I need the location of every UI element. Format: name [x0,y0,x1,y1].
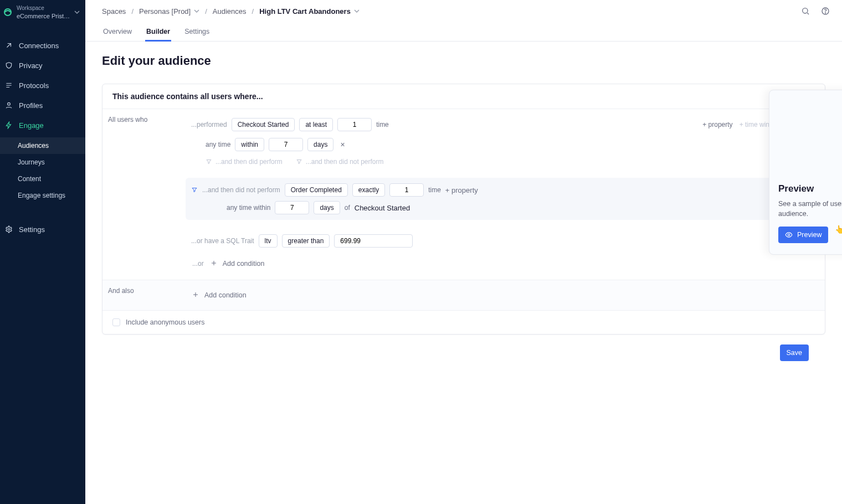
event-select[interactable]: Order Completed [285,183,348,197]
tab-settings[interactable]: Settings [183,23,210,41]
of-label: of [345,204,350,212]
help-icon [821,7,830,16]
within-select[interactable]: within [235,138,264,151]
svg-point-10 [788,234,790,236]
sidebar-sub-content[interactable]: Content [0,171,85,187]
engage-subnav: Audiences Journeys Content Engage settin… [0,135,85,207]
breadcrumb-audiences[interactable]: Audiences [213,7,247,16]
add-condition-button[interactable]: Add condition [210,260,265,268]
breadcrumb-sep: / [205,7,207,16]
svg-point-5 [825,13,825,13]
hint-did-perform[interactable]: ...and then did perform [206,158,283,166]
chevron-down-icon [194,8,199,14]
trait-value-input[interactable] [334,234,413,248]
preview-title: Preview [778,183,842,194]
comparator-select[interactable]: at least [299,118,333,131]
comparator-select[interactable]: greater than [282,234,330,248]
svg-point-3 [803,8,808,13]
sidebar-item-connections[interactable]: Connections [0,35,85,55]
count-input[interactable] [389,183,424,197]
all-users-label: All users who [102,109,186,280]
workspace-switcher[interactable]: Workspace eCommerce Pristi... [0,0,85,25]
builder-grid: All users who ...performed Checkout Star… [102,109,825,310]
sidebar-item-label: Engage [19,121,44,130]
search-button[interactable] [800,6,811,17]
sidebar-sub-engage-settings[interactable]: Engage settings [0,187,85,204]
panel-title: This audience contains all users where..… [112,92,263,101]
condition-did-not-perform: ...and then did not perform Order Comple… [186,178,818,220]
condition-prefix: ...or have a SQL Trait [191,237,254,245]
user-icon [4,101,13,110]
brand-logo-icon [3,8,12,17]
breadcrumb-sep: / [131,7,134,16]
sidebar-item-label: Privacy [19,61,43,70]
filter-icon [296,158,302,165]
time-label: time [376,121,389,128]
breadcrumb-current-dropdown[interactable]: High LTV Cart Abandoners [259,7,360,16]
primary-nav: Connections Privacy Protocols Profiles E… [0,25,85,239]
sidebar: Workspace eCommerce Pristi... Connection… [0,0,85,504]
tabs: Overview Builder Settings [85,17,842,42]
sidebar-item-label: Profiles [19,101,43,110]
window-unit-select[interactable]: days [314,201,340,214]
include-anonymous-label: Include anonymous users [126,318,204,326]
workspace-label: Workspace [17,4,70,12]
svg-point-2 [8,228,10,230]
window-value-input[interactable] [269,138,303,151]
condition-sql-trait: ...or have a SQL Trait ltv greater than [186,230,818,252]
sidebar-item-protocols[interactable]: Protocols [0,75,85,95]
filter-icon [191,187,198,193]
include-anonymous-row: Include anonymous users [102,310,825,334]
list-icon [4,81,13,90]
add-property-button[interactable]: + property [445,186,478,194]
breadcrumb-spaces[interactable]: Spaces [102,7,126,16]
condition-prefix: ...and then did not perform [202,186,280,194]
preview-drawer: Preview See a sample of users in this au… [769,90,842,255]
sequence-hints: ...and then did perform ...and then did … [186,157,818,170]
filter-icon [206,158,212,165]
preview-body: See a sample of users in this audience. [778,199,842,219]
include-anonymous-checkbox[interactable] [112,318,120,326]
sidebar-item-privacy[interactable]: Privacy [0,55,85,75]
breadcrumb-bar: Spaces / Personas [Prod] / Audiences / H… [85,0,842,17]
or-add-row: ...or Add condition [186,252,818,275]
window-unit-select[interactable]: days [307,138,333,151]
help-button[interactable] [820,6,831,17]
sidebar-sub-audiences[interactable]: Audiences [0,137,85,154]
or-label: ...or [192,260,204,268]
sidebar-item-label: Connections [19,42,59,50]
page-title: Edit your audience [102,54,825,68]
save-button[interactable]: Save [780,344,809,361]
remove-window-button[interactable]: × [338,140,347,149]
tab-builder[interactable]: Builder [145,23,171,41]
hint-did-not-perform[interactable]: ...and then did not perform [296,158,384,166]
sidebar-item-profiles[interactable]: Profiles [0,95,85,115]
window-value-input[interactable] [275,201,309,214]
sidebar-item-settings[interactable]: Settings [0,219,85,239]
plus-icon [192,291,200,299]
count-input[interactable] [337,118,372,131]
time-label: time [428,186,441,194]
shield-icon [4,61,13,70]
sidebar-item-engage[interactable]: Engage [0,115,85,135]
search-icon [801,7,810,16]
add-condition-button-andalso[interactable]: Add condition [192,291,247,299]
add-property-button[interactable]: + property [702,121,732,128]
plug-icon [4,41,13,50]
workspace-name: eCommerce Pristi... [17,12,70,20]
breadcrumb-sep: / [252,7,254,16]
sidebar-item-label: Settings [19,225,45,234]
trait-select[interactable]: ltv [259,234,278,248]
preview-button[interactable]: Preview [778,227,828,243]
event-select[interactable]: Checkout Started [232,118,295,131]
sidebar-item-label: Protocols [19,81,49,90]
sidebar-sub-journeys[interactable]: Journeys [0,154,85,171]
condition-time-window: any time within days × [186,136,818,157]
main: Spaces / Personas [Prod] / Audiences / H… [85,0,842,504]
audience-panel: This audience contains all users where..… [102,84,825,335]
tab-overview[interactable]: Overview [102,23,133,41]
breadcrumb-persona-dropdown[interactable]: Personas [Prod] [139,7,199,16]
anytime-within-label: any time within [227,204,270,212]
condition-performed: ...performed Checkout Started at least t… [186,114,818,136]
comparator-select[interactable]: exactly [352,183,385,197]
